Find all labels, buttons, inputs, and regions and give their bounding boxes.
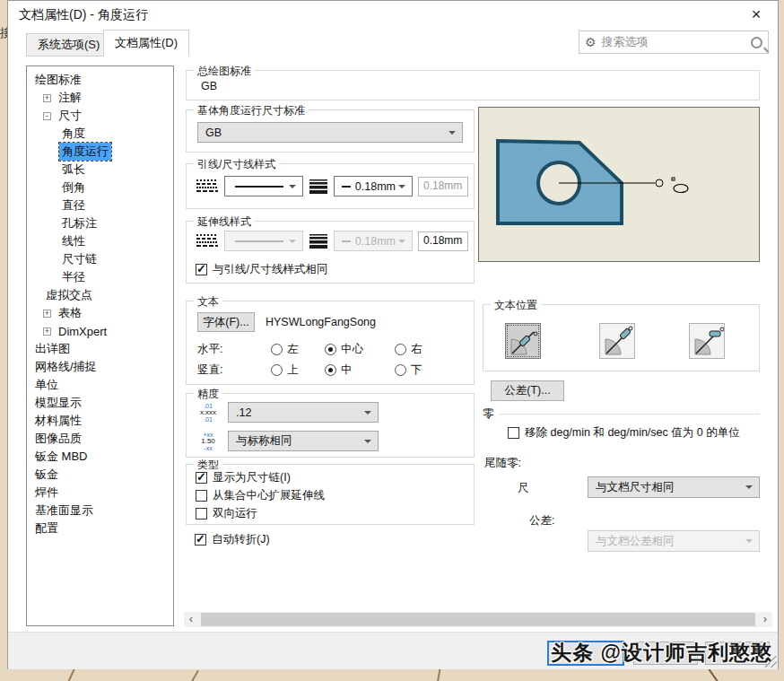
trailing-dim-select[interactable]: 与文档尺寸相同 bbox=[588, 476, 760, 498]
tree-item-label[interactable]: 材料属性 bbox=[32, 412, 84, 430]
tree-item-label[interactable]: 出详图 bbox=[32, 340, 73, 358]
tree-item-label[interactable]: 基准面显示 bbox=[32, 502, 96, 519]
v-bottom-radio[interactable] bbox=[395, 364, 406, 376]
tab-document-properties[interactable]: 文档属性(D) bbox=[103, 30, 189, 57]
extension-custom-thickness-input[interactable]: 0.18mm bbox=[418, 231, 468, 251]
tree-item-label[interactable]: 倒角 bbox=[59, 179, 88, 196]
horizontal-scrollbar[interactable]: ‹ › bbox=[184, 612, 772, 627]
expand-icon[interactable]: + bbox=[43, 94, 51, 102]
text-position-option-broken-leader[interactable] bbox=[505, 323, 541, 359]
tree-item-label[interactable]: 孔标注 bbox=[59, 214, 100, 232]
tree-item[interactable]: 基准面显示 bbox=[27, 502, 173, 519]
tree-item[interactable]: 图像品质 bbox=[27, 430, 173, 448]
tree-item[interactable]: 尺寸链 bbox=[27, 250, 173, 268]
tree-item-label[interactable]: 弧长 bbox=[59, 161, 88, 179]
tree-item[interactable]: +DimXpert bbox=[27, 322, 173, 340]
leader-line-style-select[interactable] bbox=[224, 176, 303, 196]
tree-item[interactable]: 虚拟交点 bbox=[27, 286, 173, 304]
collapse-icon[interactable]: - bbox=[43, 112, 51, 120]
tree-item-label[interactable]: 线性 bbox=[59, 232, 88, 250]
tree-item-label[interactable]: 焊件 bbox=[32, 484, 61, 502]
tree-item-label[interactable]: 钣金 MBD bbox=[32, 448, 91, 466]
resize-grip-icon[interactable] bbox=[765, 656, 777, 668]
leader-custom-thickness-input[interactable]: 0.18mm bbox=[418, 177, 468, 196]
close-icon[interactable]: × bbox=[745, 4, 767, 25]
background-drawing-line bbox=[188, 670, 199, 681]
extend-from-center-checkbox[interactable] bbox=[196, 490, 207, 502]
tree-item[interactable]: 直径 bbox=[27, 196, 173, 214]
tree-item-label[interactable]: 配置 bbox=[32, 519, 61, 537]
tab-system-options[interactable]: 系统选项(S) bbox=[26, 33, 111, 57]
tree-item[interactable]: 材料属性 bbox=[27, 412, 173, 430]
line-style-icon bbox=[196, 179, 219, 194]
tree-item-label[interactable]: 模型显示 bbox=[32, 394, 84, 412]
primary-precision-select[interactable]: .12 bbox=[228, 402, 379, 423]
tree-item[interactable]: +注解 bbox=[27, 89, 173, 107]
tree-item-label[interactable]: 直径 bbox=[59, 196, 88, 214]
font-name: HYSWLongFangSong bbox=[266, 316, 376, 328]
tolerance-precision-select[interactable]: 与标称相同 bbox=[228, 431, 379, 451]
tree-item[interactable]: 角度 bbox=[27, 125, 173, 143]
same-as-leader-checkbox[interactable] bbox=[196, 264, 207, 275]
h-right-radio[interactable] bbox=[395, 344, 406, 355]
tree-item-label[interactable]: 角度运行 bbox=[59, 143, 111, 161]
expand-icon[interactable]: + bbox=[43, 310, 51, 318]
show-as-chain-checkbox[interactable] bbox=[196, 472, 207, 484]
tree-item-label[interactable]: 绘图标准 bbox=[32, 71, 84, 89]
v-mid-radio[interactable] bbox=[325, 364, 336, 376]
tree-item[interactable]: 钣金 bbox=[27, 466, 173, 484]
font-button[interactable]: 字体(F)... bbox=[197, 312, 255, 332]
search-icon[interactable] bbox=[751, 37, 762, 48]
bidirectional-checkbox[interactable] bbox=[196, 508, 207, 519]
base-standard-select[interactable]: GB bbox=[197, 122, 463, 143]
text-position-label: 文本位置 bbox=[491, 298, 541, 313]
tree-item[interactable]: 孔标注 bbox=[27, 214, 173, 232]
tree-item[interactable]: 线性 bbox=[27, 232, 173, 250]
tree-item[interactable]: 弧长 bbox=[27, 161, 173, 179]
tree-item-label[interactable]: 尺寸链 bbox=[59, 250, 100, 268]
text-position-option-inline-leader[interactable] bbox=[599, 323, 635, 359]
dimension-preview bbox=[478, 107, 760, 262]
tree-item-label[interactable]: 虚拟交点 bbox=[43, 286, 95, 304]
tree-item-label[interactable]: 图像品质 bbox=[32, 430, 84, 448]
tolerance-button[interactable]: 公差(T)... bbox=[491, 380, 564, 401]
text-position-option-horizontal-text[interactable] bbox=[689, 323, 725, 359]
auto-jog-checkbox[interactable] bbox=[195, 534, 206, 546]
h-left-radio[interactable] bbox=[271, 344, 283, 355]
tree-item[interactable]: 出详图 bbox=[27, 340, 173, 358]
expand-icon[interactable]: + bbox=[43, 327, 51, 336]
tree-item-label[interactable]: 注解 bbox=[56, 89, 84, 107]
tree-item[interactable]: 绘图标准 bbox=[27, 71, 173, 89]
tree-item[interactable]: 倒角 bbox=[27, 179, 173, 196]
tree-item-label[interactable]: 钣金 bbox=[32, 466, 61, 484]
search-placeholder: 搜索选项 bbox=[602, 34, 745, 50]
tree-item[interactable]: 焊件 bbox=[27, 484, 173, 502]
tree-item-label[interactable]: 表格 bbox=[56, 304, 84, 322]
preview-graphic bbox=[479, 108, 759, 261]
scroll-left-icon[interactable]: ‹ bbox=[184, 612, 198, 627]
search-input[interactable]: ⚙ 搜索选项 bbox=[579, 31, 769, 54]
tree-item[interactable]: 网格线/捕捉 bbox=[27, 358, 173, 376]
tree-item[interactable]: +表格 bbox=[27, 304, 173, 322]
tree-item-label[interactable]: 半径 bbox=[59, 268, 88, 286]
tree-item[interactable]: 配置 bbox=[27, 519, 173, 537]
v-top-radio[interactable] bbox=[271, 364, 283, 376]
leader-thickness-select[interactable]: 0.18mm bbox=[334, 176, 413, 196]
v-bottom-label: 下 bbox=[411, 362, 422, 378]
tree-item[interactable]: -尺寸 bbox=[27, 107, 173, 125]
tree-item-label[interactable]: DimXpert bbox=[56, 324, 109, 339]
h-center-radio[interactable] bbox=[325, 344, 336, 355]
tree-item[interactable]: 单位 bbox=[27, 376, 173, 394]
tree-item-label[interactable]: 尺寸 bbox=[56, 107, 84, 125]
tree-item[interactable]: 角度运行 bbox=[27, 143, 173, 161]
tree-item-label[interactable]: 角度 bbox=[59, 125, 88, 143]
tree-item[interactable]: 钣金 MBD bbox=[27, 448, 173, 466]
tree-item-label[interactable]: 单位 bbox=[32, 376, 61, 394]
tree-item[interactable]: 半径 bbox=[27, 268, 173, 286]
tree-item-label[interactable]: 网格线/捕捉 bbox=[32, 358, 100, 376]
scroll-right-icon[interactable]: › bbox=[758, 612, 772, 627]
scrollbar-thumb[interactable] bbox=[201, 613, 755, 626]
remove-zero-units-checkbox[interactable] bbox=[508, 427, 519, 439]
tree-item[interactable]: 模型显示 bbox=[27, 394, 173, 412]
same-as-leader-label: 与引线/尺寸线样式相同 bbox=[213, 262, 327, 277]
